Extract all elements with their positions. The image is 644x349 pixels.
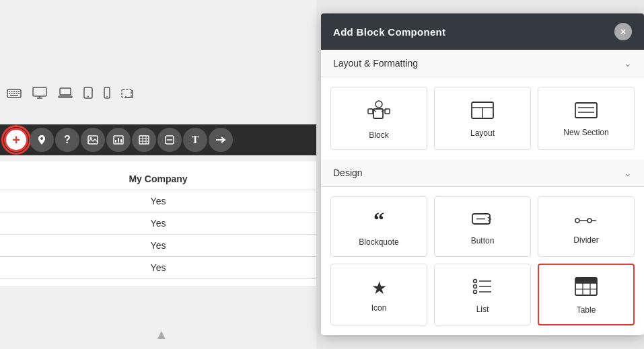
svg-point-20 (106, 95, 108, 97)
blockquote-icon: “ (373, 209, 384, 231)
content-header-row: My Company (0, 168, 316, 190)
content-row-4: Yes (0, 257, 316, 279)
panel-header: Add Block Component × (321, 13, 644, 50)
table-button[interactable] (132, 128, 156, 152)
icon-label: Icon (371, 303, 387, 313)
svg-rect-1 (9, 91, 10, 92)
svg-point-55 (474, 280, 477, 283)
chart-button[interactable] (106, 128, 131, 152)
svg-rect-5 (18, 91, 20, 92)
svg-rect-46 (575, 103, 597, 118)
device-toolbar (0, 81, 316, 108)
svg-rect-6 (9, 93, 10, 94)
monitor-icon[interactable] (32, 87, 47, 102)
phone-icon[interactable] (104, 87, 110, 102)
svg-rect-26 (115, 140, 116, 143)
editor-area: + ? (0, 0, 316, 349)
component-list[interactable]: List (434, 264, 531, 325)
keyboard-icon[interactable] (7, 87, 22, 102)
panel-close-button[interactable]: × (614, 23, 632, 40)
add-block-panel: Add Block Component × Layout & Formattin… (321, 13, 644, 335)
svg-rect-15 (60, 88, 71, 95)
crop-icon[interactable] (121, 87, 133, 102)
component-layout[interactable]: Layout (434, 87, 531, 150)
svg-rect-7 (11, 93, 13, 94)
component-divider[interactable]: Divider (538, 196, 635, 257)
layout-chevron-icon: ⌄ (624, 58, 632, 69)
svg-point-51 (575, 219, 579, 223)
component-new-section[interactable]: New Section (538, 87, 635, 150)
svg-rect-11 (10, 95, 18, 96)
svg-rect-3 (13, 91, 15, 92)
layout-icon (471, 102, 494, 122)
svg-rect-4 (16, 91, 17, 92)
list-icon (472, 278, 493, 298)
svg-rect-16 (59, 96, 72, 98)
svg-point-57 (474, 285, 477, 288)
svg-point-40 (375, 101, 382, 108)
svg-rect-10 (18, 93, 20, 94)
button-label: Button (471, 236, 495, 245)
block-label: Block (369, 130, 388, 140)
design-section-header[interactable]: Design ⌄ (321, 159, 644, 187)
svg-point-53 (587, 219, 592, 223)
content-row-3-text: Yes (91, 240, 225, 251)
new-section-icon (575, 102, 598, 121)
laptop-icon[interactable] (58, 87, 73, 102)
block-toolbar: + ? (0, 124, 316, 155)
layout-section-header[interactable]: Layout & Formatting ⌄ (321, 50, 644, 77)
add-block-button[interactable]: + (4, 128, 28, 152)
list-label: List (476, 305, 489, 314)
svg-rect-29 (139, 136, 149, 144)
component-block[interactable]: Block (330, 87, 427, 150)
layout-label: Layout (470, 128, 495, 138)
svg-rect-37 (373, 109, 383, 118)
image-button[interactable] (81, 128, 105, 152)
svg-rect-21 (122, 89, 131, 98)
content-header-text: My Company (91, 173, 225, 184)
location-button[interactable] (30, 128, 54, 152)
panel-title: Add Block Component (333, 26, 445, 38)
svg-rect-8 (13, 93, 15, 94)
new-section-label: New Section (563, 128, 608, 137)
svg-rect-9 (16, 93, 17, 94)
svg-point-59 (474, 290, 477, 294)
content-row-2: Yes (0, 212, 316, 235)
layout-section-title: Layout & Formatting (333, 58, 418, 69)
content-row-2-text: Yes (91, 218, 225, 229)
text-button[interactable]: T (183, 128, 207, 152)
icon-icon: ★ (371, 279, 387, 297)
content-row-3: Yes (0, 235, 316, 257)
svg-rect-2 (11, 91, 13, 92)
button-icon (471, 210, 494, 229)
block-icon (367, 100, 391, 124)
svg-rect-28 (120, 139, 122, 143)
component-table[interactable]: Table (538, 264, 635, 325)
component-icon[interactable]: ★ Icon (330, 264, 427, 325)
design-components-grid: “ Blockquote Button (321, 187, 644, 335)
svg-rect-12 (33, 87, 46, 96)
table-label: Table (577, 305, 596, 315)
svg-point-18 (87, 95, 89, 97)
content-row-1-text: Yes (91, 196, 225, 206)
arrow-button[interactable] (209, 128, 233, 152)
scroll-up-arrow[interactable]: ▲ (155, 327, 168, 342)
design-section-title: Design (333, 167, 363, 178)
blockquote-label: Blockquote (359, 237, 398, 247)
divider-icon (574, 211, 598, 229)
svg-rect-62 (575, 278, 597, 283)
content-row-4-text: Yes (91, 262, 225, 273)
layout-components-grid: Block Layout New Section (321, 77, 644, 159)
help-button[interactable]: ? (55, 128, 79, 152)
content-area: My Company Yes Yes Yes Yes (0, 161, 316, 286)
table-icon (575, 277, 598, 299)
content-row-1: Yes (0, 190, 316, 212)
svg-rect-27 (118, 138, 119, 143)
svg-point-22 (40, 137, 43, 140)
tablet-icon[interactable] (83, 87, 93, 102)
component-button[interactable]: Button (434, 196, 531, 257)
component-blockquote[interactable]: “ Blockquote (330, 196, 427, 257)
design-chevron-icon: ⌄ (624, 167, 632, 178)
divider-label: Divider (573, 235, 598, 245)
remove-button[interactable] (157, 128, 182, 152)
